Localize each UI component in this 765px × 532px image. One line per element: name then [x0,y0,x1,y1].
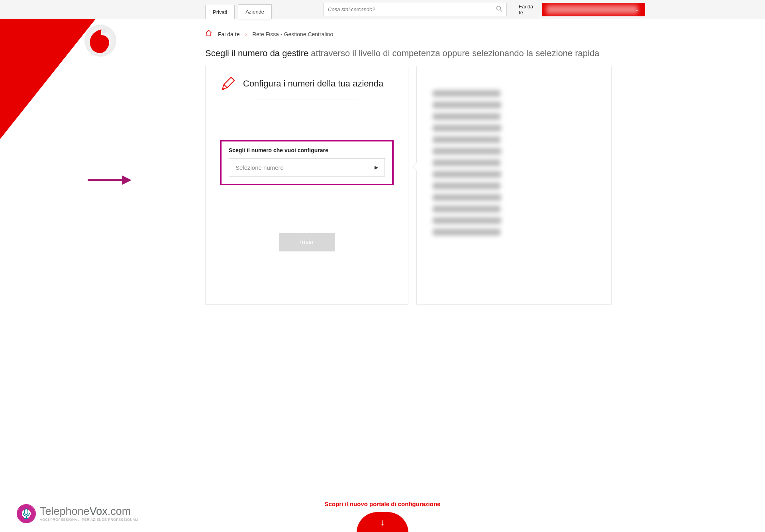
svg-rect-6 [25,509,28,514]
breadcrumb: Fai da te › Rete Fissa - Gestione Centra… [153,19,612,39]
caret-right-icon: ▶ [375,165,378,170]
watermark-tagline: VOCI PROFESSIONALI PER AZIENDE PROFESSIO… [40,518,138,522]
tab-aziende[interactable]: Aziende [238,4,272,19]
home-icon[interactable] [205,29,212,39]
list-item[interactable] [433,148,501,155]
svg-point-1 [101,28,107,33]
svg-point-4 [497,6,501,10]
list-item[interactable] [433,171,501,178]
search-box[interactable] [324,3,507,16]
list-item[interactable] [433,217,501,224]
watermark-brand-a: Telephone [40,505,90,517]
watermark-brand-b: Vox [90,505,108,517]
list-item[interactable] [433,194,501,201]
numbers-list-card [416,66,612,305]
divider [255,100,359,100]
vodafone-logo [84,24,117,57]
list-item[interactable] [433,125,501,132]
mic-icon [17,504,36,523]
submit-button[interactable]: Invia [279,233,335,251]
topbar: Privati Aziende Fai da te ⌄ [0,0,765,19]
arrow-down-icon: ↓ [381,517,385,528]
breadcrumb-current: Rete Fissa - Gestione Centralino [252,31,333,37]
list-item[interactable] [433,136,500,143]
selector-label: Scegli il numero che vuoi configurare [229,147,385,153]
svg-marker-3 [122,175,131,185]
account-dropdown[interactable]: ⌄ [542,3,645,16]
redacted-account [546,5,638,14]
annotation-arrow [88,175,131,186]
search-icon[interactable] [496,6,502,14]
watermark-logo: TelephoneVox.com VOCI PROFESSIONALI PER … [17,504,138,523]
list-item[interactable] [433,206,500,212]
list-item[interactable] [433,90,500,97]
watermark-brand-c: .com [108,505,131,517]
selector-placeholder: Selezione numero [235,164,284,171]
list-item[interactable] [433,229,500,236]
svg-line-5 [500,10,502,12]
heading-bold: Scegli il numero da gestire [205,48,308,58]
brand-triangle [0,0,116,148]
breadcrumb-separator: › [245,32,247,37]
list-item[interactable] [433,102,501,108]
list-item[interactable] [433,113,500,120]
faidate-label: Fai da te [519,4,537,16]
number-selector[interactable]: Selezione numero ▶ [229,158,385,177]
pencil-icon [220,76,236,92]
scroll-down-button[interactable]: ↓ [357,512,408,532]
numbers-list [433,90,595,236]
number-config-highlight: Scegli il numero che vuoi configurare Se… [220,140,394,185]
list-item[interactable] [433,159,500,166]
card-title: Configura i numeri della tua azienda [243,79,383,89]
page-heading: Scegli il numero da gestire attraverso i… [153,39,612,66]
tab-privati[interactable]: Privati [205,5,235,19]
breadcrumb-home[interactable]: Fai da te [218,31,239,37]
configure-card: Configura i numeri della tua azienda Sce… [205,66,408,305]
heading-rest: attraverso il livello di competenza oppu… [308,48,599,58]
list-item[interactable] [433,183,500,189]
search-input[interactable] [328,6,496,12]
